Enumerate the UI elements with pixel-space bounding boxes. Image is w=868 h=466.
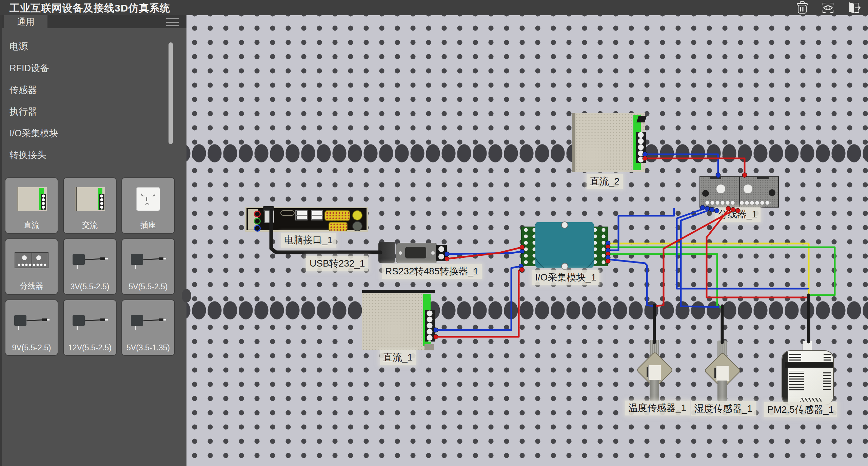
header-actions [793, 1, 863, 15]
label-splitter: 分线器_1 [715, 207, 761, 222]
vent-slot [280, 210, 295, 216]
audio-jack-green [254, 218, 261, 225]
device-io-module[interactable] [521, 222, 608, 268]
converter-terminal-block[interactable] [436, 245, 447, 261]
title-bar: 工业互联网设备及接线3D仿真系统 [0, 0, 868, 15]
round-connector-yellow [352, 210, 362, 220]
sidebar-item-io-module[interactable]: I/O采集模块 [2, 122, 186, 144]
label-pc-interface: 电脑接口_1 [281, 233, 336, 248]
view-focus-icon[interactable] [818, 1, 837, 15]
palette-card-dc[interactable]: 直流 [5, 177, 58, 234]
tab-row: 通用 [2, 15, 186, 28]
device-dc-power-2[interactable] [572, 113, 645, 172]
sidebar-item-actuator[interactable]: 执行器 [2, 101, 186, 122]
label-temperature: 温度传感器_1 [625, 401, 690, 415]
device-palette: 直流 交流 插座 分线器 3V(5.5-2.5) 5V(5.5-2.5) 9V(… [5, 177, 176, 356]
device-splitter[interactable] [699, 176, 779, 208]
splitter-thumb [15, 252, 48, 268]
palette-card-ac[interactable]: 交流 [63, 177, 117, 234]
pegboard-big-hole-row [186, 143, 868, 163]
sidebar-item-power[interactable]: 电源 [2, 36, 186, 57]
dc2-terminal-block [636, 132, 646, 163]
device-rs232-485-converter[interactable] [396, 243, 437, 263]
menu-icon[interactable] [166, 18, 179, 26]
label-usb-232: USB转232_1 [306, 256, 368, 271]
ps2-port [264, 210, 274, 223]
label-humidity: 湿度传感器_1 [691, 401, 756, 416]
device-pc-interface[interactable] [245, 207, 368, 232]
ac-board-thumb [75, 187, 105, 211]
tab-general[interactable]: 通用 [4, 15, 47, 28]
adapter-thumb [130, 250, 167, 270]
dc-board-thumb [17, 187, 47, 211]
palette-card-3v[interactable]: 3V(5.5-2.5) [63, 238, 117, 295]
io-screw [561, 221, 568, 229]
device-temperature-sensor[interactable] [639, 339, 670, 404]
dc1-terminal-block [425, 310, 435, 342]
adapter-thumb [71, 311, 108, 331]
socket-thumb [136, 187, 160, 211]
label-dc2: 直流_2 [587, 174, 623, 189]
palette-card-9v[interactable]: 9V(5.5-2.5) [5, 299, 58, 356]
sidebar-item-rfid[interactable]: RFID设备 [2, 57, 186, 79]
io-screw [561, 263, 568, 270]
device-humidity-sensor[interactable] [707, 340, 737, 405]
sidebar-scrollbar[interactable] [169, 42, 173, 144]
label-dc1: 直流_1 [380, 350, 416, 365]
pegboard-big-hole-row [186, 300, 868, 320]
audio-jack-red [254, 211, 261, 217]
trash-icon[interactable] [793, 1, 812, 15]
device-usb-to-232[interactable] [378, 242, 395, 263]
exit-icon[interactable] [844, 1, 863, 15]
workspace-canvas[interactable]: 电脑接口_1 USB转232_1 RS232转485转换器_1 I/O采集模块_… [186, 15, 868, 466]
sidebar-item-sensor[interactable]: 传感器 [2, 79, 186, 101]
sidebar-collapse-handle[interactable] [182, 289, 191, 303]
vga-port [324, 210, 350, 221]
device-pm25-sensor[interactable] [782, 341, 834, 405]
app-title: 工业互联网设备及接线3D仿真系统 [9, 1, 170, 15]
palette-card-12v[interactable]: 12V(5.5-2.5) [63, 299, 117, 356]
palette-card-5v-135[interactable]: 5V(3.5-1.35) [121, 299, 175, 356]
palette-card-5v[interactable]: 5V(5.5-2.5) [121, 238, 175, 295]
label-io-module: I/O采集模块_1 [532, 270, 599, 285]
label-rs232-485: RS232转485转换器_1 [382, 264, 482, 279]
palette-card-socket[interactable]: 插座 [121, 177, 175, 234]
sidebar: 通用 电源 RFID设备 传感器 执行器 I/O采集模块 转换接头 直流 交流 … [0, 15, 186, 466]
audio-jack-blue [254, 225, 261, 232]
usb-ports [295, 210, 308, 220]
round-connector-dark [352, 221, 362, 231]
device-dc-power-1[interactable] [362, 290, 437, 351]
splitter-screw [744, 185, 752, 193]
palette-card-splitter[interactable]: 分线器 [5, 238, 58, 295]
adapter-thumb [71, 250, 108, 270]
splitter-screw [716, 185, 725, 193]
adapter-thumb [13, 311, 50, 331]
usb-ports [311, 210, 323, 220]
serial-port [329, 222, 348, 231]
category-menu: 电源 RFID设备 传感器 执行器 I/O采集模块 转换接头 [2, 36, 186, 166]
sidebar-item-adapter[interactable]: 转换接头 [2, 144, 186, 166]
adapter-thumb [130, 311, 167, 331]
label-pm25: PM2.5传感器_1 [764, 402, 837, 417]
